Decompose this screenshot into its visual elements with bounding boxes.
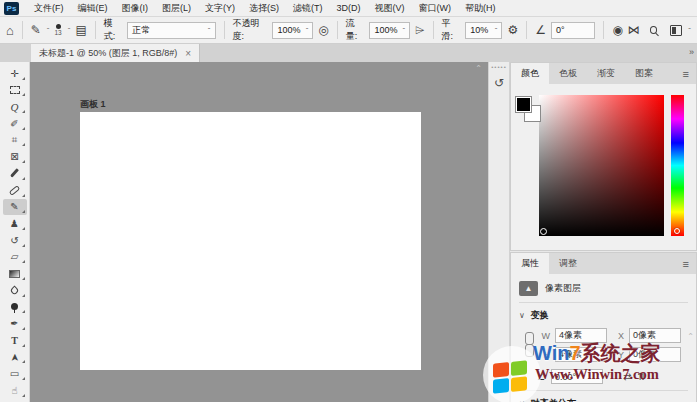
- scroll-up-icon[interactable]: ⌃: [475, 64, 482, 73]
- color-picker-cursor[interactable]: [540, 228, 547, 235]
- lasso-tool[interactable]: Q: [3, 98, 27, 115]
- menu-filter[interactable]: 滤镜(T): [286, 0, 330, 17]
- menu-help[interactable]: 帮助(H): [458, 0, 503, 17]
- pressure-opacity-icon[interactable]: ◎: [318, 24, 328, 36]
- panel-menu-icon[interactable]: ≡: [676, 258, 696, 270]
- align-distribute-section-header[interactable]: ∨ 对齐并分布: [519, 391, 688, 402]
- document-tab-bar: 未标题-1 @ 50% (图层 1, RGB/8#) ×: [0, 44, 697, 62]
- workspace-switcher-icon[interactable]: [670, 25, 682, 36]
- clone-stamp-tool[interactable]: ♟: [3, 215, 27, 232]
- brush-tip-icon: [56, 24, 61, 29]
- path-selection-tool[interactable]: ➤: [3, 349, 27, 366]
- document-tab[interactable]: 未标题-1 @ 50% (图层 1, RGB/8#) ×: [31, 44, 200, 62]
- smoothing-select[interactable]: 10% ˇ: [465, 22, 502, 39]
- link-dimensions-icon[interactable]: [521, 330, 537, 360]
- frame-tool[interactable]: ⊠: [3, 148, 27, 165]
- divider: [433, 21, 434, 39]
- home-icon[interactable]: ⌂: [6, 24, 14, 37]
- pen-tool[interactable]: ✒: [3, 315, 27, 332]
- foreground-color-swatch[interactable]: [516, 97, 531, 112]
- brush-tool[interactable]: ✎: [3, 199, 27, 216]
- document-title: 未标题-1 @ 50% (图层 1, RGB/8#): [39, 47, 177, 60]
- chevron-down-icon: ˇ: [688, 26, 691, 35]
- history-panel-icon[interactable]: ↺: [494, 76, 504, 90]
- x-label: X: [610, 331, 626, 341]
- tools-panel: ✛ Q ✐ ⌗ ⊠ ✎ ♟ ↺ ▱ ✒ T ➤ ▭ ☝: [0, 62, 30, 402]
- blend-mode-select[interactable]: 正常 ˇ: [127, 22, 215, 39]
- y-input[interactable]: 0像素: [629, 347, 681, 362]
- pressure-size-icon[interactable]: ◉: [612, 24, 622, 36]
- brush-preset-icon[interactable]: ✎: [31, 24, 41, 36]
- dock-drag-handle[interactable]: •••••: [491, 64, 507, 70]
- menu-view[interactable]: 视图(V): [368, 0, 412, 17]
- photoshop-logo[interactable]: Ps: [4, 2, 19, 15]
- quick-selection-tool[interactable]: ✐: [3, 115, 27, 132]
- menu-select[interactable]: 选择(S): [242, 0, 286, 17]
- hand-tool[interactable]: ☝: [3, 382, 27, 399]
- brush-size-picker[interactable]: 13: [55, 24, 62, 37]
- eyedropper-tool[interactable]: [3, 165, 27, 182]
- smoothing-label: 平滑:: [442, 17, 461, 43]
- symmetry-icon[interactable]: ⋈: [628, 24, 640, 36]
- hue-slider-cursor[interactable]: [674, 228, 680, 234]
- right-panel-dock: » 颜色 色板 渐变 图案 ≡: [510, 62, 697, 402]
- move-tool[interactable]: ✛: [3, 65, 27, 82]
- rotate-angle-icon: ∠: [537, 372, 545, 382]
- artboard-label[interactable]: 画板 1: [80, 98, 106, 111]
- tab-patterns[interactable]: 图案: [625, 63, 663, 84]
- tab-adjustments[interactable]: 调整: [549, 253, 587, 274]
- tab-swatches[interactable]: 色板: [549, 63, 587, 84]
- menu-image[interactable]: 图像(I): [115, 0, 156, 17]
- eraser-tool[interactable]: ▱: [3, 249, 27, 266]
- healing-brush-tool[interactable]: [3, 182, 27, 199]
- rectangular-marquee-tool[interactable]: [3, 82, 27, 99]
- tab-properties[interactable]: 属性: [511, 253, 549, 274]
- gear-icon[interactable]: ⚙: [507, 24, 518, 36]
- color-panel-group: 颜色 色板 渐变 图案 ≡: [510, 62, 697, 251]
- search-icon[interactable]: [650, 26, 657, 34]
- opacity-label: 不透明度:: [232, 17, 267, 43]
- x-input[interactable]: 0像素: [629, 328, 681, 343]
- history-brush-tool[interactable]: ↺: [3, 232, 27, 249]
- panel-menu-icon[interactable]: ≡: [676, 68, 696, 80]
- toggle-brush-settings-icon[interactable]: ▤: [75, 24, 86, 36]
- menu-type[interactable]: 文字(Y): [198, 0, 242, 17]
- dodge-tool[interactable]: [3, 299, 27, 316]
- width-input[interactable]: 4像素: [555, 328, 607, 343]
- panel-scroll-icon[interactable]: ⌃: [687, 332, 694, 341]
- flip-vertical-icon[interactable]: ⇅: [637, 371, 645, 382]
- dodge-icon: [11, 303, 18, 310]
- crop-tool[interactable]: ⌗: [3, 132, 27, 149]
- properties-panel-tabs: 属性 调整 ≡: [511, 253, 696, 274]
- height-input[interactable]: 4像素: [555, 347, 607, 362]
- color-panel-tabs: 颜色 色板 渐变 图案 ≡: [511, 63, 696, 84]
- transform-section-header[interactable]: ∨ 变换: [519, 303, 688, 326]
- canvas-area[interactable]: 画板 1 ⌃: [30, 62, 488, 402]
- rectangle-tool[interactable]: ▭: [3, 365, 27, 382]
- brush-angle-input[interactable]: 0°: [551, 22, 596, 39]
- opacity-select[interactable]: 100% ˇ: [272, 22, 313, 39]
- canvas-document[interactable]: [80, 112, 421, 370]
- gradient-icon: [9, 270, 20, 278]
- collapse-panels-icon[interactable]: »: [689, 47, 694, 57]
- divider: [224, 21, 225, 39]
- flow-select[interactable]: 100% ˇ: [369, 22, 410, 39]
- tab-gradients[interactable]: 渐变: [587, 63, 625, 84]
- saturation-brightness-picker[interactable]: [539, 95, 664, 236]
- hue-slider[interactable]: [671, 95, 684, 236]
- flip-horizontal-icon[interactable]: ⇄: [623, 371, 631, 382]
- menu-window[interactable]: 窗口(W): [412, 0, 459, 17]
- menu-file[interactable]: 文件(F): [27, 0, 71, 17]
- menu-layer[interactable]: 图层(L): [155, 0, 198, 17]
- close-icon[interactable]: ×: [185, 48, 191, 59]
- chevron-down-icon: ˇ: [208, 26, 211, 35]
- rotation-input[interactable]: 0.00° ˇ: [551, 369, 603, 384]
- blur-tool[interactable]: [3, 282, 27, 299]
- gradient-tool[interactable]: [3, 265, 27, 282]
- airbrush-icon[interactable]: ⌲: [415, 24, 424, 36]
- chevron-down-icon: ˇ: [403, 26, 406, 35]
- tab-color[interactable]: 颜色: [511, 63, 549, 84]
- menu-3d[interactable]: 3D(D): [330, 1, 368, 15]
- type-tool[interactable]: T: [3, 332, 27, 349]
- menu-edit[interactable]: 编辑(E): [71, 0, 115, 17]
